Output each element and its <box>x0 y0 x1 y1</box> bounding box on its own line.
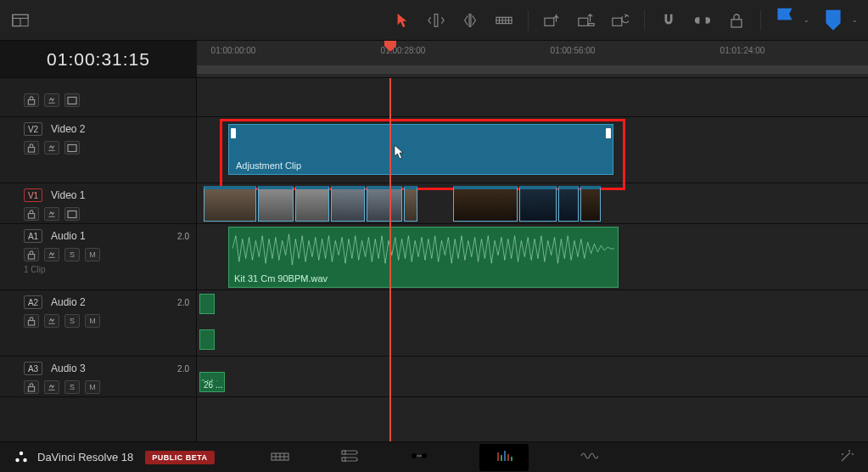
auto-select-icon[interactable] <box>44 380 59 394</box>
flag-dropdown-chevron-icon[interactable]: ⌄ <box>804 16 809 24</box>
magic-wand-icon[interactable] <box>839 448 854 467</box>
selection-tool-icon[interactable] <box>392 12 412 29</box>
svg-rect-15 <box>28 213 34 218</box>
audio-clip-a2[interactable] <box>199 294 215 314</box>
page-color-icon[interactable] <box>479 444 529 471</box>
track-badge-v2[interactable]: V2 <box>24 122 42 136</box>
video-thumb[interactable] <box>204 186 256 222</box>
svg-rect-19 <box>28 386 34 391</box>
svg-rect-14 <box>68 144 76 151</box>
svg-rect-13 <box>28 147 34 152</box>
timecode-display[interactable]: 01:00:31:15 <box>0 41 197 77</box>
insert-clip-icon[interactable] <box>542 12 563 29</box>
playhead-marker-icon[interactable] <box>384 41 397 53</box>
lock-track-icon[interactable] <box>24 248 39 261</box>
svg-rect-3 <box>434 14 438 26</box>
track-visibility-icon[interactable] <box>64 93 80 107</box>
marker-dropdown-chevron-icon[interactable]: ⌄ <box>852 16 858 24</box>
lock-track-icon[interactable] <box>24 93 39 107</box>
mute-button[interactable]: M <box>85 248 100 261</box>
mute-button[interactable]: M <box>85 314 100 328</box>
track-gain[interactable]: 2.0 <box>177 364 189 374</box>
track-visibility-icon[interactable] <box>64 207 80 221</box>
svg-point-20 <box>20 451 23 454</box>
track-head-a1[interactable]: A1 Audio 1 2.0 S M 1 Clip <box>0 224 196 290</box>
svg-rect-16 <box>68 211 76 217</box>
clip-name-label: Adjustment Clip <box>236 160 301 171</box>
layout-icon[interactable] <box>10 12 31 29</box>
waveform <box>232 231 614 267</box>
video-thumb[interactable] <box>558 186 579 222</box>
trim-edit-icon[interactable] <box>426 12 446 29</box>
track-badge-a2[interactable]: A2 <box>24 295 42 309</box>
lock-track-icon[interactable] <box>24 141 39 155</box>
adjustment-clip[interactable]: Adjustment Clip <box>228 124 613 175</box>
track-badge-a3[interactable]: A3 <box>24 362 42 375</box>
track-head-a2[interactable]: A2 Audio 2 2.0 S M <box>0 290 196 357</box>
solo-button[interactable]: S <box>64 314 80 328</box>
svg-point-21 <box>15 458 19 461</box>
marker-icon[interactable] <box>823 12 843 29</box>
track-head-v2[interactable]: V2 Video 2 <box>0 117 196 183</box>
video-thumb[interactable] <box>258 186 294 222</box>
auto-select-icon[interactable] <box>44 248 59 261</box>
video-thumb[interactable] <box>453 186 518 222</box>
track-name: Video 1 <box>51 189 85 201</box>
svg-rect-17 <box>28 254 34 259</box>
video-thumb[interactable] <box>404 186 417 222</box>
track-visibility-icon[interactable] <box>64 141 80 155</box>
audio-clip-a3[interactable]: 26 ... <box>199 372 225 392</box>
track-gain[interactable]: 2.0 <box>177 232 189 241</box>
auto-select-icon[interactable] <box>44 141 59 155</box>
video-clip-group[interactable] <box>204 186 417 222</box>
video-thumb[interactable] <box>519 186 557 222</box>
clip-out-handle-icon[interactable] <box>606 128 611 138</box>
mute-button[interactable]: M <box>85 380 100 394</box>
ruler-label: 01:00:00:00 <box>211 46 256 55</box>
top-toolbar: ⌄ ⌄ <box>0 0 868 41</box>
track-name: Audio 2 <box>51 296 86 308</box>
lock-track-icon[interactable] <box>24 380 39 394</box>
auto-select-icon[interactable] <box>44 314 59 328</box>
replace-clip-icon[interactable] <box>610 12 630 29</box>
auto-select-icon[interactable] <box>44 207 59 221</box>
video-thumb[interactable] <box>580 186 601 222</box>
ruler-label: 01:00:56:00 <box>551 46 596 55</box>
flag-icon[interactable] <box>775 12 795 29</box>
snapping-icon[interactable] <box>658 12 679 29</box>
dynamic-trim-icon[interactable] <box>460 12 480 29</box>
timeline-lanes[interactable]: Adjustment Clip <box>197 78 868 441</box>
playhead-line[interactable] <box>389 78 391 441</box>
track-head-v1[interactable]: V1 Video 1 <box>0 183 196 224</box>
video-thumb[interactable] <box>331 186 365 222</box>
timeline-ruler[interactable]: 01:00:00:00 01:00:28:00 01:00:56:00 01:0… <box>197 41 868 77</box>
lock-track-icon[interactable] <box>24 314 39 328</box>
overwrite-clip-icon[interactable] <box>576 12 596 29</box>
audio-clip-a2b[interactable] <box>199 329 215 350</box>
beta-badge: PUBLIC BETA <box>145 451 214 464</box>
page-cut-icon[interactable] <box>271 449 289 466</box>
blade-tool-icon[interactable] <box>494 12 514 29</box>
svg-rect-18 <box>28 320 34 325</box>
page-fairlight-icon[interactable] <box>580 449 598 466</box>
video-clip-group[interactable] <box>453 186 601 222</box>
solo-button[interactable]: S <box>64 248 80 261</box>
video-thumb[interactable] <box>367 186 402 222</box>
auto-select-icon[interactable] <box>44 93 59 107</box>
page-edit-icon[interactable] <box>340 449 359 466</box>
lock-icon[interactable] <box>726 12 747 29</box>
track-gain[interactable]: 2.0 <box>177 298 189 307</box>
clip-in-handle-icon[interactable] <box>231 128 236 138</box>
page-fusion-icon[interactable] <box>410 449 428 466</box>
link-icon[interactable] <box>692 12 713 29</box>
clip-count-label: 1 Clip <box>24 265 189 274</box>
audio-clip-a1[interactable]: Kit 31 Cm 90BPM.wav <box>228 227 619 288</box>
track-badge-v1[interactable]: V1 <box>24 188 42 202</box>
solo-button[interactable]: S <box>64 380 80 394</box>
lock-track-icon[interactable] <box>24 207 39 221</box>
svg-rect-29 <box>342 458 345 461</box>
track-head-spacer <box>0 78 196 117</box>
track-head-a3[interactable]: A3 Audio 3 2.0 S M <box>0 357 196 397</box>
track-badge-a1[interactable]: A1 <box>24 229 42 243</box>
video-thumb[interactable] <box>295 186 329 222</box>
